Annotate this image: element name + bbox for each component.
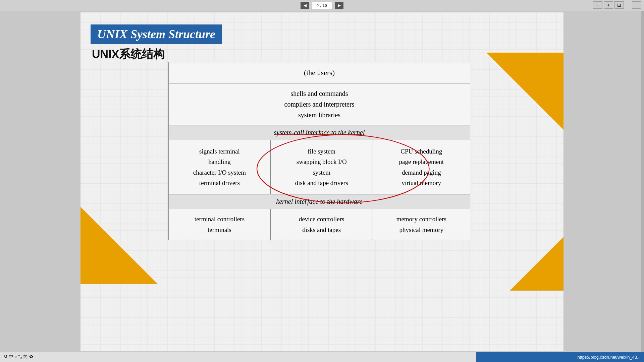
title-english: UNIX System Structure — [97, 27, 215, 41]
prev-page-button[interactable]: ◀ — [301, 2, 309, 9]
hw-right-line1: memory controllers — [396, 216, 446, 223]
shells-line3: system libraries — [298, 111, 340, 119]
title-chinese: UNIX系统结构 — [91, 47, 222, 62]
gold-triangle-top-right — [486, 53, 564, 130]
gold-triangle-bottom-left — [80, 207, 158, 284]
page-indicator: 7 / 16 — [312, 2, 332, 9]
row-syscall: system-call interface to the kernel — [169, 125, 470, 140]
scrollbar[interactable] — [641, 11, 644, 352]
shells-line2: compilers and interpreters — [284, 101, 355, 108]
syscall-cell: system-call interface to the kernel — [169, 125, 470, 140]
row-shells: shells and commands compilers and interp… — [169, 83, 470, 125]
url-text: https://blog.csdn.net/weixin_43... — [577, 355, 641, 360]
users-cell: (the users) — [169, 62, 470, 83]
title-banner: UNIX System Structure — [91, 24, 222, 44]
sidebar-toggle-button[interactable] — [632, 1, 641, 9]
shells-line1: shells and commands — [290, 90, 348, 97]
hw-left-line1: terminal controllers — [195, 216, 245, 223]
next-page-button[interactable]: ▶ — [335, 2, 343, 9]
kernel-left-line4: terminal drivers — [199, 179, 240, 186]
row-users: (the users) — [169, 62, 470, 83]
kernel-left-cell: signals terminal handling character I/O … — [169, 140, 271, 194]
slide-area: UNIX System Structure UNIX系统结构 (the user… — [0, 11, 644, 352]
kernel-interface-cell: kernel interface to the hardware — [169, 194, 470, 209]
zoom-controls: − + ⊡ — [593, 1, 624, 9]
kernel-left-line2: handling — [208, 158, 231, 165]
zoom-out-button[interactable]: − — [593, 1, 602, 9]
kernel-mid-line2: swapping block I/O — [297, 158, 347, 165]
input-method-bar: M 中 ♪ °ₐ 简 ✿ : — [0, 352, 476, 362]
hw-mid-cell: device controllers disks and tapes — [270, 209, 373, 240]
hw-right-line2: physical memory — [399, 226, 443, 233]
diagram-container: (the users) shells and commands compiler… — [168, 62, 470, 240]
hw-right-cell: memory controllers physical memory — [373, 209, 470, 240]
gold-triangle-bottom-right — [510, 237, 564, 291]
row-hardware: terminal controllers terminals device co… — [169, 209, 470, 240]
kernel-right-line2: page replacement — [399, 158, 444, 165]
row-kernel-content: signals terminal handling character I/O … — [169, 140, 470, 194]
kernel-mid-cell: file system swapping block I/O system di… — [270, 140, 373, 194]
hw-mid-line1: device controllers — [299, 216, 344, 223]
slide-content: UNIX System Structure UNIX系统结构 (the user… — [80, 12, 564, 351]
kernel-left-line1: signals terminal — [199, 148, 240, 155]
top-navigation-bar: ◀ 7 / 16 ▶ − + ⊡ — [0, 0, 644, 11]
shells-cell: shells and commands compilers and interp… — [169, 83, 470, 125]
kernel-mid-line1: file system — [308, 148, 335, 155]
kernel-right-line3: demand paging — [402, 169, 441, 176]
kernel-right-line4: virtual memory — [401, 179, 441, 186]
row-kernel-interface: kernel interface to the hardware — [169, 194, 470, 209]
title-box: UNIX System Structure UNIX系统结构 — [91, 24, 222, 62]
hw-left-line2: terminals — [208, 226, 231, 233]
kernel-mid-line3: system — [313, 169, 330, 176]
input-method-icons: M 中 ♪ °ₐ 简 ✿ : — [3, 354, 36, 360]
kernel-mid-line4: disk and tape drivers — [295, 179, 348, 186]
hw-left-cell: terminal controllers terminals — [169, 209, 271, 240]
kernel-right-cell: CPU scheduling page replacement demand p… — [373, 140, 470, 194]
kernel-left-line3: character I/O system — [193, 169, 246, 176]
hw-mid-line2: disks and tapes — [302, 226, 341, 233]
unix-structure-diagram: (the users) shells and commands compiler… — [168, 62, 470, 240]
status-bar: https://blog.csdn.net/weixin_43... — [476, 352, 644, 362]
zoom-fit-button[interactable]: ⊡ — [614, 1, 624, 9]
zoom-in-button[interactable]: + — [604, 1, 613, 9]
kernel-right-line1: CPU scheduling — [400, 148, 442, 155]
